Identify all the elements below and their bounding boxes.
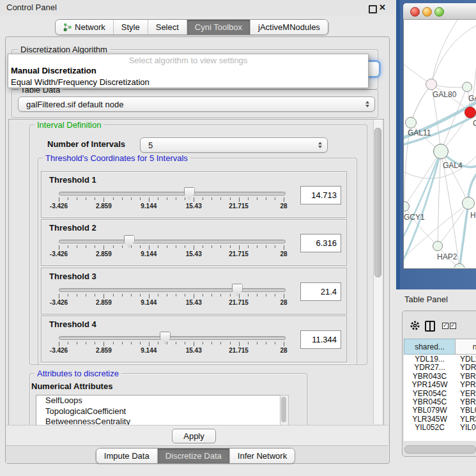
- tick-mark: [149, 197, 150, 202]
- checkbox-icon[interactable]: [450, 323, 456, 329]
- table-row[interactable]: YBR045CYBR0: [404, 397, 476, 406]
- table-row[interactable]: YPR145WYPR1: [404, 380, 476, 388]
- tick-mark: [140, 197, 141, 200]
- tick-mark: [167, 197, 167, 200]
- network-node-ga[interactable]: [462, 82, 472, 92]
- tick-mark: [185, 342, 185, 344]
- table-row[interactable]: YBL079WYBL0: [404, 406, 476, 414]
- tick-mark: [275, 342, 275, 344]
- close-icon[interactable]: ✕: [379, 3, 386, 12]
- attributes-list-scrollbar-thumb[interactable]: [281, 397, 286, 422]
- network-node-gal80[interactable]: [426, 79, 437, 90]
- table-hscrollbar-thumb[interactable]: [404, 445, 476, 454]
- cell-name: YIL0: [456, 423, 476, 432]
- close-traffic-light-icon[interactable]: [410, 7, 420, 17]
- threshold-label: Threshold 1: [49, 175, 96, 185]
- minimize-traffic-light-icon[interactable]: [422, 7, 432, 17]
- tab-network[interactable]: Network: [56, 20, 114, 35]
- threshold-value-field[interactable]: 6.316: [300, 234, 341, 252]
- cell-name: YER0: [456, 389, 476, 398]
- algorithm-option-manual-discretization[interactable]: Manual Discretization: [8, 65, 368, 77]
- tick-mark: [167, 245, 167, 248]
- tab-infer-network[interactable]: Infer Network: [230, 449, 295, 463]
- tick-label: 21.715: [229, 299, 249, 306]
- tab-discretize-data[interactable]: Discretize Data: [158, 449, 230, 463]
- column-header-name[interactable]: n: [455, 339, 476, 355]
- tick-label: -3.426: [50, 299, 68, 306]
- slider-track[interactable]: [59, 240, 286, 243]
- tick-label: 28: [280, 203, 287, 210]
- column-header-shared-name[interactable]: shared...: [404, 339, 456, 355]
- tick-mark: [185, 197, 185, 200]
- table-row[interactable]: YIL052CYIL0: [404, 423, 476, 431]
- table-panel-title: Table Panel: [404, 295, 448, 304]
- slider-track[interactable]: [59, 288, 286, 292]
- slider-track[interactable]: [59, 192, 286, 196]
- network-canvas[interactable]: GAL80GACGAL11GAL4GCY1HHAP2: [404, 20, 476, 268]
- tab-impute-data[interactable]: Impute Data: [96, 449, 158, 463]
- network-node-gal4[interactable]: [433, 144, 449, 159]
- tick-label: 2.859: [96, 299, 112, 306]
- checkbox-icon[interactable]: [442, 323, 449, 329]
- network-node-c[interactable]: [464, 107, 476, 118]
- attribute-item-topologicalcoefficient[interactable]: TopologicalCoefficient: [36, 406, 280, 417]
- tab-label: Network: [75, 22, 105, 32]
- tick-mark: [122, 342, 123, 344]
- tab-select[interactable]: Select: [148, 20, 187, 35]
- tick-mark: [167, 294, 167, 296]
- algorithm-option-equal-width-frequency-discretization[interactable]: Equal Width/Frequency Discretization: [8, 77, 368, 88]
- attribute-item-selfloops[interactable]: SelfLoops: [36, 395, 280, 406]
- tick-mark: [77, 294, 77, 296]
- tick-mark: [77, 197, 77, 200]
- table-row[interactable]: YDR27...YDR2: [404, 363, 476, 371]
- tick-mark: [257, 197, 257, 200]
- tick-label: 9.144: [141, 203, 157, 210]
- table-rows: YDL19...YDL1YDR27...YDR2YBR043CYBR0YPR14…: [404, 355, 476, 441]
- tick-mark: [266, 245, 266, 248]
- number-of-intervals-combo[interactable]: 5: [140, 137, 328, 153]
- float-window-icon[interactable]: [369, 5, 377, 13]
- cell-shared-name: YPR145W: [404, 380, 456, 389]
- zoom-traffic-light-icon[interactable]: [434, 7, 444, 17]
- numerical-attributes-list[interactable]: SelfLoopsTopologicalCoefficientBetweenne…: [36, 395, 281, 426]
- tick-label: -3.426: [50, 347, 68, 354]
- gear-icon[interactable]: [410, 320, 420, 331]
- table-row[interactable]: YER054CYER0: [404, 389, 476, 397]
- tick-mark: [104, 342, 104, 346]
- tick-label: 28: [280, 299, 287, 306]
- settings-scrollbar-thumb[interactable]: [374, 128, 381, 277]
- threshold-value-field[interactable]: 11.344: [300, 330, 341, 349]
- table-row[interactable]: YDL19...YDL1: [404, 355, 476, 363]
- tab-jactivemnodules[interactable]: jActiveMNodules: [250, 20, 328, 35]
- node-label: H: [470, 211, 476, 220]
- table-data-combo[interactable]: galFiltered.sif default node: [18, 96, 375, 112]
- tab-cyni-toolbox[interactable]: Cyni Toolbox: [187, 20, 250, 35]
- tick-mark: [158, 342, 158, 344]
- tick-mark: [86, 197, 86, 200]
- tick-mark: [203, 342, 203, 344]
- tick-mark: [68, 245, 68, 248]
- slider-track[interactable]: [59, 336, 286, 340]
- node-label: C: [473, 119, 476, 128]
- table-row[interactable]: YBR043CYBR0: [404, 372, 476, 380]
- threshold-label: Threshold 3: [49, 272, 96, 281]
- tick-mark: [266, 294, 266, 296]
- cell-name: YBL0: [456, 406, 476, 415]
- network-node-gal11[interactable]: [405, 117, 417, 128]
- tick-mark: [104, 245, 104, 250]
- tab-style[interactable]: Style: [114, 20, 148, 35]
- tick-mark: [239, 294, 240, 298]
- apply-button[interactable]: Apply: [172, 429, 216, 443]
- threshold-value-field[interactable]: 21.4: [300, 282, 341, 301]
- network-node-hap2[interactable]: [433, 241, 443, 251]
- threshold-value-field[interactable]: 14.713: [300, 186, 341, 204]
- tick-mark: [257, 294, 257, 296]
- slider-ticks: [59, 245, 284, 250]
- split-columns-icon[interactable]: [425, 321, 435, 332]
- tick-mark: [257, 342, 257, 344]
- network-node-h[interactable]: [462, 197, 475, 210]
- tab-label: Style: [121, 22, 140, 32]
- table-row[interactable]: YLR345WYLR3: [404, 415, 476, 423]
- tick-mark: [113, 245, 114, 248]
- tick-mark: [239, 245, 240, 250]
